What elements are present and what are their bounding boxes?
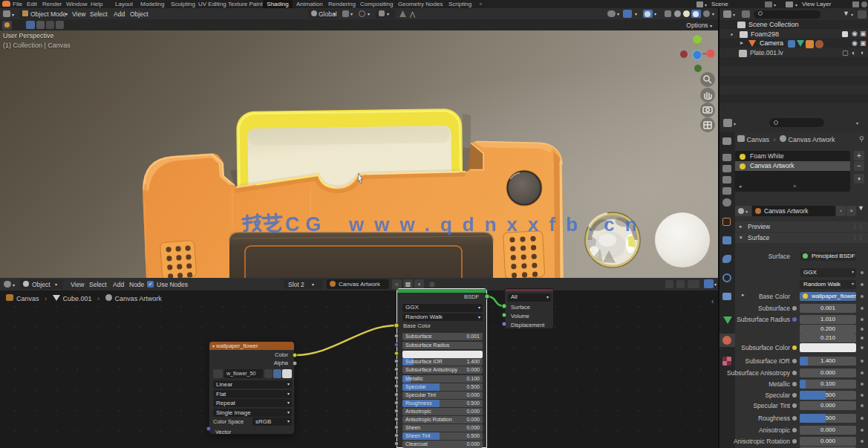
svg-text:www.qdnxxfb.cn: www.qdnxxfb.cn xyxy=(348,213,647,236)
svg-text:CG: CG xyxy=(285,213,327,236)
